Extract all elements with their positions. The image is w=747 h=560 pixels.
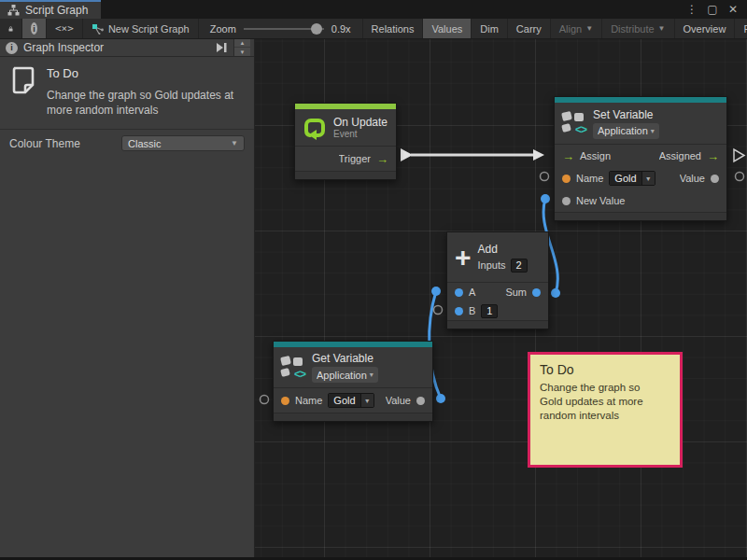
value-output-port[interactable] (711, 175, 719, 183)
button-label: Distribute (611, 23, 654, 35)
variable-scope-dropdown[interactable]: Application ▾ (593, 123, 659, 139)
code-preview-button[interactable]: <×> (47, 19, 83, 38)
assigned-output-port[interactable]: → (707, 150, 719, 162)
graph-canvas[interactable]: On Update Event Trigger → <> (255, 39, 747, 557)
script-graph-window: Script Graph ⋮ ▢ ✕ i <×> (0, 0, 747, 560)
inputs-count-field[interactable]: 2 (511, 259, 528, 273)
button-label: Overview (684, 23, 726, 35)
sticky-note-icon (9, 66, 35, 94)
inputs-label: Inputs (478, 259, 506, 271)
tab-bar: Script Graph ⋮ ▢ ✕ (0, 0, 747, 19)
input-b-value-field[interactable]: 1 (481, 304, 498, 318)
toolbar-button-relations[interactable]: Relations (362, 19, 424, 38)
node-footer (555, 212, 726, 220)
variable-scope-dropdown[interactable]: Application ▾ (312, 367, 378, 383)
node-on-update[interactable]: On Update Event Trigger → (294, 103, 397, 180)
new-value-port-label: New Value (576, 195, 625, 206)
graph-inspector-panel: i Graph Inspector ▲ ▼ To Do Change th (0, 39, 255, 557)
scroll-up-icon[interactable]: ▲ (234, 39, 250, 48)
input-a-port[interactable] (455, 288, 463, 297)
button-label: Carry (516, 23, 542, 35)
toolbar-button-fullscreen[interactable]: Full S (735, 19, 747, 38)
sticky-note-line: Gold updates at more (540, 395, 670, 409)
code-icon: <×> (55, 22, 74, 35)
inspector-todo-section: To Do Change the graph so Gold updates a… (0, 57, 254, 130)
new-script-graph-button[interactable]: New Script Graph (83, 19, 199, 38)
lock-icon (8, 23, 13, 35)
toolbar-button-overview[interactable]: Overview (675, 19, 736, 38)
toolbar-button-values[interactable]: Values (423, 19, 472, 38)
name-value-dropdown[interactable]: Gold ▼ (609, 171, 655, 186)
node-footer (447, 320, 548, 329)
todo-text: Change the graph so Gold updates at more… (47, 88, 243, 118)
sticky-note[interactable]: To Do Change the graph so Gold updates a… (528, 352, 683, 468)
inspect-button[interactable]: i (22, 19, 47, 38)
name-port-label: Name (295, 395, 322, 406)
colour-theme-row: Colour Theme Classic ▼ (0, 130, 254, 157)
name-input-port[interactable] (562, 175, 571, 183)
sum-output-port[interactable] (532, 288, 541, 297)
button-label: Values (431, 23, 462, 35)
caret-down-icon: ▼ (585, 24, 593, 33)
name-value: Gold (329, 394, 359, 407)
info-icon: i (31, 22, 37, 35)
tab-title: Script Graph (25, 4, 88, 17)
caret-down-icon: ▼ (360, 394, 374, 407)
scope-value: Application (317, 370, 367, 381)
colour-theme-label: Colour Theme (9, 137, 80, 150)
inspector-scroll-spinner: ▲ ▼ (233, 39, 250, 56)
new-value-input-port[interactable] (562, 197, 571, 205)
window-menu-icon[interactable]: ⋮ (684, 2, 700, 17)
toolbar-button-dim[interactable]: Dim (472, 19, 508, 38)
zoom-label: Zoom (210, 23, 236, 35)
tab-script-graph[interactable]: Script Graph (0, 0, 101, 19)
button-label: Full S (743, 23, 747, 35)
button-label: Align (559, 23, 582, 35)
inspector-title: Graph Inspector (23, 41, 104, 54)
node-footer (274, 413, 432, 421)
variables-icon: <> (281, 357, 305, 379)
name-value-dropdown[interactable]: Gold ▼ (328, 393, 374, 408)
todo-content: To Do Change the graph so Gold updates a… (47, 66, 243, 118)
scope-value: Application (598, 125, 648, 136)
zoom-value: 0.9x (331, 23, 351, 35)
on-update-event-icon (303, 116, 327, 140)
scroll-down-icon[interactable]: ▼ (234, 48, 250, 56)
trigger-output-port[interactable]: → (376, 153, 388, 165)
sticky-note-title: To Do (540, 362, 670, 377)
graph-toolbar: i <×> New Script Graph Zoom 0.9x Relatio… (0, 19, 747, 39)
input-b-port[interactable] (455, 307, 463, 315)
wire-trigger-to-assign (401, 148, 544, 161)
lock-button[interactable] (0, 19, 22, 38)
name-input-port[interactable] (281, 397, 289, 405)
toolbar-button-align[interactable]: Align▼ (551, 19, 602, 38)
node-add[interactable]: + Add Inputs 2 A Sum B (446, 231, 549, 329)
node-title: Get Variable (312, 352, 378, 365)
input-a-label: A (469, 287, 475, 298)
close-icon[interactable]: ✕ (725, 2, 741, 17)
node-title: Add (478, 243, 528, 256)
maximize-icon[interactable]: ▢ (704, 2, 721, 17)
value-port-label: Value (386, 395, 411, 406)
assigned-port-label: Assigned (659, 150, 701, 161)
trigger-port-label: Trigger (339, 153, 371, 164)
toolbar-button-carry[interactable]: Carry (508, 19, 551, 38)
sticky-note-line: Change the graph so (540, 381, 670, 395)
node-title: On Update (333, 116, 388, 129)
value-port-label: Value (680, 173, 705, 184)
node-get-variable[interactable]: <> Get Variable Application ▾ Name Gold … (273, 341, 433, 422)
name-value: Gold (610, 172, 641, 185)
inspector-header: i Graph Inspector ▲ ▼ (0, 39, 254, 57)
toolbar-button-distribute[interactable]: Distribute▼ (602, 19, 674, 38)
zoom-slider[interactable] (244, 28, 324, 30)
value-output-port[interactable] (416, 397, 425, 405)
caret-down-icon: ▼ (658, 24, 666, 33)
colour-theme-dropdown[interactable]: Classic ▼ (121, 135, 245, 151)
assign-input-port[interactable]: → (562, 150, 574, 162)
todo-title: To Do (47, 66, 243, 80)
name-port-label: Name (576, 173, 603, 184)
dock-panel-icon[interactable] (214, 42, 229, 53)
zoom-slider-handle[interactable] (311, 23, 322, 35)
node-set-variable[interactable]: <> Set Variable Application ▾ → Assign A… (554, 96, 727, 221)
add-icon: + (455, 247, 472, 268)
